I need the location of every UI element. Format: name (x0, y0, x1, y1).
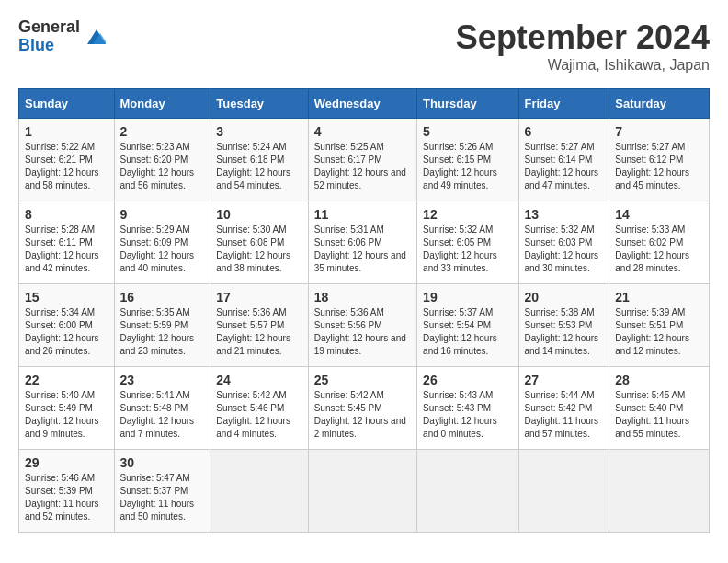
day-number: 3 (216, 124, 301, 139)
calendar-table: Sunday Monday Tuesday Wednesday Thursday… (18, 88, 710, 533)
day-number: 1 (25, 124, 108, 139)
col-saturday: Saturday (609, 89, 710, 119)
table-row: 30 Sunrise: 5:47 AMSunset: 5:37 PMDaylig… (114, 450, 210, 533)
table-row: 17 Sunrise: 5:36 AMSunset: 5:57 PMDaylig… (210, 284, 308, 367)
calendar-week-row: 29 Sunrise: 5:46 AMSunset: 5:39 PMDaylig… (19, 450, 710, 533)
day-number: 4 (314, 124, 411, 139)
col-monday: Monday (114, 89, 210, 119)
day-number: 10 (216, 207, 301, 222)
table-row: 11 Sunrise: 5:31 AMSunset: 6:06 PMDaylig… (308, 201, 416, 284)
table-row: 26 Sunrise: 5:43 AMSunset: 5:43 PMDaylig… (417, 367, 518, 450)
calendar-header-row: Sunday Monday Tuesday Wednesday Thursday… (19, 89, 710, 119)
day-detail: Sunrise: 5:37 AMSunset: 5:54 PMDaylight:… (423, 307, 497, 356)
day-number: 25 (314, 373, 411, 387)
day-number: 20 (525, 290, 604, 304)
day-detail: Sunrise: 5:36 AMSunset: 5:57 PMDaylight:… (216, 307, 290, 356)
table-row: 3 Sunrise: 5:24 AMSunset: 6:18 PMDayligh… (210, 119, 308, 201)
day-number: 15 (25, 290, 108, 304)
day-number: 13 (525, 207, 604, 222)
day-number: 21 (615, 290, 703, 304)
day-detail: Sunrise: 5:27 AMSunset: 6:12 PMDaylight:… (615, 142, 689, 190)
page-header: General Blue September 2024 Wajima, Ishi… (18, 18, 710, 74)
day-detail: Sunrise: 5:36 AMSunset: 5:56 PMDaylight:… (314, 307, 406, 356)
day-number: 29 (25, 455, 108, 470)
day-detail: Sunrise: 5:39 AMSunset: 5:51 PMDaylight:… (615, 307, 689, 356)
title-block: September 2024 Wajima, Ishikawa, Japan (456, 18, 710, 74)
col-wednesday: Wednesday (308, 89, 416, 119)
logo-general-text: General (18, 18, 80, 37)
day-number: 28 (615, 373, 703, 387)
table-row: 16 Sunrise: 5:35 AMSunset: 5:59 PMDaylig… (114, 284, 210, 367)
day-number: 6 (525, 124, 604, 139)
calendar-week-row: 1 Sunrise: 5:22 AMSunset: 6:21 PMDayligh… (19, 119, 710, 201)
table-row: 13 Sunrise: 5:32 AMSunset: 6:03 PMDaylig… (518, 201, 609, 284)
table-row: 7 Sunrise: 5:27 AMSunset: 6:12 PMDayligh… (609, 119, 710, 201)
table-row (210, 450, 308, 533)
day-number: 8 (25, 207, 108, 222)
table-row: 4 Sunrise: 5:25 AMSunset: 6:17 PMDayligh… (308, 119, 416, 201)
day-detail: Sunrise: 5:23 AMSunset: 6:20 PMDaylight:… (120, 142, 195, 190)
col-friday: Friday (518, 89, 609, 119)
day-detail: Sunrise: 5:44 AMSunset: 5:42 PMDaylight:… (525, 390, 599, 439)
table-row: 12 Sunrise: 5:32 AMSunset: 6:05 PMDaylig… (417, 201, 518, 284)
day-detail: Sunrise: 5:22 AMSunset: 6:21 PMDaylight:… (25, 142, 99, 190)
day-number: 30 (120, 455, 205, 470)
table-row: 28 Sunrise: 5:45 AMSunset: 5:40 PMDaylig… (609, 367, 710, 450)
col-tuesday: Tuesday (210, 89, 308, 119)
day-detail: Sunrise: 5:26 AMSunset: 6:15 PMDaylight:… (423, 142, 497, 190)
day-detail: Sunrise: 5:42 AMSunset: 5:45 PMDaylight:… (314, 390, 406, 439)
day-number: 17 (216, 290, 301, 304)
day-detail: Sunrise: 5:32 AMSunset: 6:05 PMDaylight:… (423, 224, 497, 273)
day-number: 19 (423, 290, 512, 304)
table-row: 22 Sunrise: 5:40 AMSunset: 5:49 PMDaylig… (19, 367, 115, 450)
table-row: 5 Sunrise: 5:26 AMSunset: 6:15 PMDayligh… (417, 119, 518, 201)
day-detail: Sunrise: 5:32 AMSunset: 6:03 PMDaylight:… (525, 224, 599, 273)
location-subtitle: Wajima, Ishikawa, Japan (456, 57, 710, 74)
table-row: 27 Sunrise: 5:44 AMSunset: 5:42 PMDaylig… (518, 367, 609, 450)
table-row: 20 Sunrise: 5:38 AMSunset: 5:53 PMDaylig… (518, 284, 609, 367)
day-detail: Sunrise: 5:47 AMSunset: 5:37 PMDaylight:… (120, 473, 195, 522)
logo: General Blue (18, 18, 106, 55)
day-number: 16 (120, 290, 205, 304)
day-detail: Sunrise: 5:35 AMSunset: 5:59 PMDaylight:… (120, 307, 195, 356)
day-number: 5 (423, 124, 512, 139)
day-number: 24 (216, 373, 301, 387)
table-row: 19 Sunrise: 5:37 AMSunset: 5:54 PMDaylig… (417, 284, 518, 367)
table-row (518, 450, 609, 533)
day-detail: Sunrise: 5:24 AMSunset: 6:18 PMDaylight:… (216, 142, 290, 190)
day-detail: Sunrise: 5:31 AMSunset: 6:06 PMDaylight:… (314, 224, 406, 273)
day-detail: Sunrise: 5:27 AMSunset: 6:14 PMDaylight:… (525, 142, 599, 190)
day-number: 9 (120, 207, 205, 222)
day-detail: Sunrise: 5:42 AMSunset: 5:46 PMDaylight:… (216, 390, 290, 439)
col-thursday: Thursday (417, 89, 518, 119)
logo-icon (84, 26, 106, 48)
calendar-week-row: 15 Sunrise: 5:34 AMSunset: 6:00 PMDaylig… (19, 284, 710, 367)
table-row: 25 Sunrise: 5:42 AMSunset: 5:45 PMDaylig… (308, 367, 416, 450)
day-number: 23 (120, 373, 205, 387)
day-detail: Sunrise: 5:38 AMSunset: 5:53 PMDaylight:… (525, 307, 599, 356)
col-sunday: Sunday (19, 89, 115, 119)
day-detail: Sunrise: 5:45 AMSunset: 5:40 PMDaylight:… (615, 390, 689, 439)
month-title: September 2024 (456, 18, 710, 57)
day-number: 14 (615, 207, 703, 222)
day-number: 26 (423, 373, 512, 387)
day-detail: Sunrise: 5:40 AMSunset: 5:49 PMDaylight:… (25, 390, 99, 439)
day-number: 12 (423, 207, 512, 222)
day-detail: Sunrise: 5:29 AMSunset: 6:09 PMDaylight:… (120, 224, 195, 273)
table-row: 1 Sunrise: 5:22 AMSunset: 6:21 PMDayligh… (19, 119, 115, 201)
table-row: 23 Sunrise: 5:41 AMSunset: 5:48 PMDaylig… (114, 367, 210, 450)
table-row (417, 450, 518, 533)
day-detail: Sunrise: 5:25 AMSunset: 6:17 PMDaylight:… (314, 142, 406, 190)
table-row: 14 Sunrise: 5:33 AMSunset: 6:02 PMDaylig… (609, 201, 710, 284)
day-detail: Sunrise: 5:41 AMSunset: 5:48 PMDaylight:… (120, 390, 195, 439)
day-detail: Sunrise: 5:43 AMSunset: 5:43 PMDaylight:… (423, 390, 497, 439)
day-number: 2 (120, 124, 205, 139)
table-row (308, 450, 416, 533)
table-row: 8 Sunrise: 5:28 AMSunset: 6:11 PMDayligh… (19, 201, 115, 284)
day-number: 11 (314, 207, 411, 222)
calendar-week-row: 22 Sunrise: 5:40 AMSunset: 5:49 PMDaylig… (19, 367, 710, 450)
day-number: 18 (314, 290, 411, 304)
day-number: 7 (615, 124, 703, 139)
day-detail: Sunrise: 5:28 AMSunset: 6:11 PMDaylight:… (25, 224, 99, 273)
table-row: 29 Sunrise: 5:46 AMSunset: 5:39 PMDaylig… (19, 450, 115, 533)
